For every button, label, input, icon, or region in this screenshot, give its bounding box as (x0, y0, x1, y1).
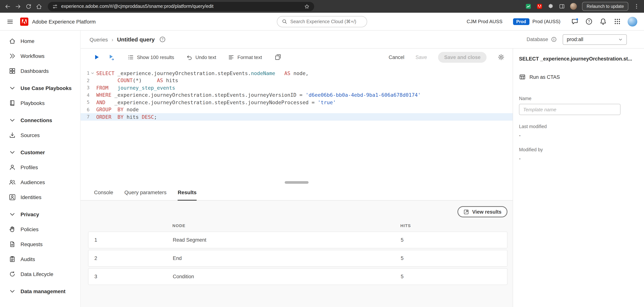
split-screen-icon[interactable] (559, 3, 565, 9)
run-query-button[interactable] (93, 54, 100, 61)
editor-line-4[interactable]: 4WHERE _experience.journeyOrchestration.… (80, 91, 513, 99)
tab-query-parameters[interactable]: Query parameters (124, 189, 166, 201)
undo-text-button[interactable]: Undo text (186, 54, 216, 60)
sidebar-item-sources[interactable]: Sources (0, 128, 80, 143)
browser-home-icon[interactable] (36, 3, 42, 10)
column-header-spacer (88, 223, 172, 228)
browser-menu-kebab-icon[interactable] (634, 3, 640, 9)
user-avatar[interactable] (628, 17, 637, 26)
sidebar-item-playbooks[interactable]: Playbooks (0, 96, 80, 111)
notifications-bell-icon[interactable] (600, 18, 607, 25)
extension-green-icon[interactable] (526, 3, 532, 9)
run-selection-button[interactable] (108, 54, 115, 61)
forward-icon[interactable] (15, 3, 21, 10)
global-search[interactable] (277, 16, 367, 27)
sidebar-item-profiles[interactable]: Profiles (0, 160, 80, 175)
run-as-ctas-button[interactable]: Run as CTAS (519, 74, 638, 80)
data-lifecycle-icon (9, 271, 16, 277)
chevron-down-icon (9, 149, 16, 156)
sidebar-label: Sources (20, 132, 40, 138)
relaunch-to-update-button[interactable]: Relaunch to update (582, 2, 628, 11)
show-results-label: Show 100 results (137, 54, 174, 60)
sidebar-section-customer[interactable]: Customer (0, 145, 80, 160)
template-name-input[interactable] (519, 104, 620, 115)
sidebar-label: Requests (20, 241, 42, 247)
extension-adobe-icon[interactable] (537, 3, 543, 9)
cell-node: Condition (173, 274, 401, 279)
url-text[interactable]: experience.adobe.com/#/@cjmproddaus5/sna… (61, 4, 301, 9)
address-bar[interactable]: experience.adobe.com/#/@cjmproddaus5/sna… (48, 2, 314, 11)
help-icon[interactable]: ? (586, 18, 592, 25)
fold-chevron-icon[interactable] (90, 71, 96, 75)
database-select[interactable]: prod:all (563, 34, 627, 45)
browser-profile-avatar[interactable] (570, 3, 577, 10)
extensions-puzzle-icon[interactable] (548, 3, 554, 9)
feedback-icon[interactable] (571, 18, 578, 25)
editor-line-5[interactable]: 5AND _experience.journeyOrchestration.st… (80, 99, 513, 106)
org-name[interactable]: CJM Prod AUSS (466, 19, 502, 24)
sidebar-section-data-management[interactable]: Data management (0, 284, 80, 299)
line-number: 1 (80, 70, 90, 76)
site-info-icon[interactable] (52, 4, 58, 9)
breadcrumb-separator: › (112, 37, 113, 42)
panel-divider (80, 179, 513, 186)
environment-badge[interactable]: Prod (513, 18, 529, 25)
editor-settings-gear-icon[interactable] (498, 54, 504, 61)
sidebar-label: Workflows (20, 53, 44, 59)
page-help-icon[interactable]: ? (159, 36, 166, 43)
editor-line-2[interactable]: 2 COUNT(*) AS hits (80, 77, 513, 84)
editor-line-6[interactable]: 6GROUP BY node (80, 106, 513, 113)
save-button[interactable]: Save (416, 54, 427, 60)
sql-editor[interactable]: 1SELECT _experience.journeyOrchestration… (80, 66, 513, 179)
sidebar-item-home[interactable]: Home (0, 34, 80, 49)
workflows-icon (9, 53, 16, 59)
editor-line-1[interactable]: 1SELECT _experience.journeyOrchestration… (80, 70, 513, 77)
format-label: Format text (238, 54, 262, 60)
breadcrumb-queries[interactable]: Queries (90, 37, 108, 42)
column-header-hits: HITS (400, 223, 508, 228)
adobe-logo[interactable] (20, 17, 28, 26)
sidebar-section-connections[interactable]: Connections (0, 113, 80, 128)
search-icon (282, 19, 287, 24)
sidebar-item-policies[interactable]: Policies (0, 222, 80, 237)
editor-line-3[interactable]: 3FROM journey_step_events (80, 84, 513, 91)
editor-line-7[interactable]: 7ORDER BY hits DESC; (80, 113, 513, 120)
view-results-button[interactable]: View results (458, 206, 508, 217)
undo-label: Undo text (195, 54, 216, 60)
save-and-close-button[interactable]: Save and close (438, 52, 486, 63)
cancel-button[interactable]: Cancel (388, 54, 404, 60)
identities-icon (9, 194, 16, 201)
table-row[interactable]: 1Read Segment5 (88, 231, 508, 248)
environment-name[interactable]: Prod (AUSS) (532, 19, 560, 24)
hamburger-menu-icon[interactable] (7, 18, 14, 25)
app-switcher-grid-icon[interactable] (614, 18, 621, 25)
page: experience.adobe.com/#/@cjmproddaus5/sna… (0, 0, 644, 307)
sidebar-label: Data Lifecycle (20, 271, 53, 277)
database-info-icon[interactable] (551, 37, 557, 42)
table-row[interactable]: 3Condition5 (88, 268, 508, 285)
sidebar-item-audits[interactable]: Audits (0, 252, 80, 267)
sidebar-item-audiences[interactable]: Audiences (0, 175, 80, 190)
page-title: Untitled query (117, 36, 155, 43)
sidebar-item-data-lifecycle[interactable]: Data Lifecycle (0, 267, 80, 281)
show-results-button[interactable]: Show 100 results (128, 54, 174, 60)
line-number: 3 (80, 85, 90, 91)
back-icon[interactable] (4, 3, 11, 10)
sidebar-item-workflows[interactable]: Workflows (0, 49, 80, 64)
drag-handle[interactable] (285, 181, 308, 184)
sidebar-item-identities[interactable]: Identities (0, 190, 80, 205)
table-row[interactable]: 2End5 (88, 250, 508, 267)
refresh-icon[interactable] (25, 3, 32, 10)
bookmark-star-icon[interactable] (304, 4, 310, 9)
search-input[interactable] (290, 19, 362, 24)
popout-editor-icon[interactable] (274, 54, 281, 61)
chevron-down-icon (9, 85, 16, 92)
sidebar-label: Data management (20, 288, 66, 294)
format-text-button[interactable]: Format text (228, 54, 262, 60)
tab-results[interactable]: Results (178, 189, 196, 201)
sidebar-item-requests[interactable]: Requests (0, 237, 80, 252)
tab-console[interactable]: Console (94, 189, 113, 201)
sidebar-section-privacy[interactable]: Privacy (0, 207, 80, 222)
sidebar-section-use-case-playbooks[interactable]: Use Case Playbooks (0, 81, 80, 96)
sidebar-item-dashboards[interactable]: Dashboards (0, 64, 80, 78)
